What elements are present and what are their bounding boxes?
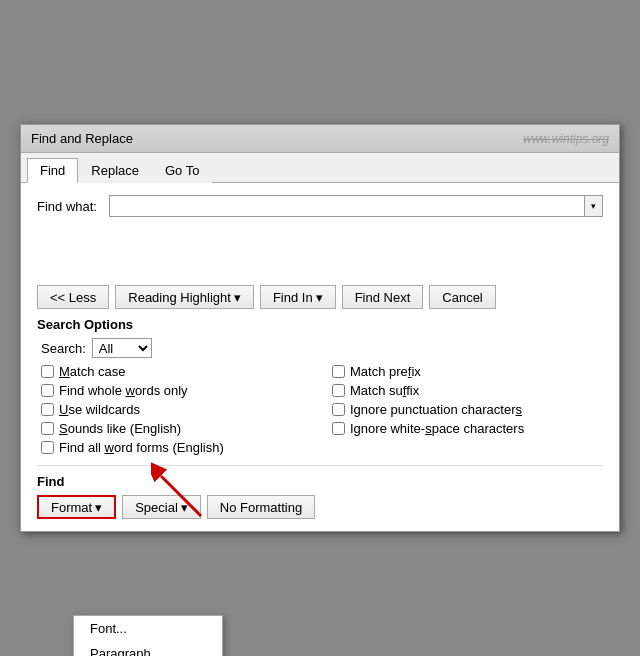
- checkbox-match-case-input[interactable]: [41, 365, 54, 378]
- search-options-label: Search Options: [37, 317, 603, 332]
- tab-bar: Find Replace Go To: [21, 153, 619, 183]
- tab-find[interactable]: Find: [27, 158, 78, 183]
- checkbox-sounds-like-input[interactable]: [41, 422, 54, 435]
- button-row: << Less Reading Highlight ▾ Find In ▾ Fi…: [37, 285, 603, 309]
- less-button[interactable]: << Less: [37, 285, 109, 309]
- format-button[interactable]: Format ▾: [37, 495, 116, 519]
- dropdown-item-font[interactable]: Font...: [74, 616, 222, 641]
- search-options-content: Search: All Up Down Match case Match pre…: [37, 338, 603, 455]
- tab-go-to[interactable]: Go To: [152, 158, 212, 183]
- options-grid: Match case Match prefix Find whole words…: [41, 364, 603, 455]
- reading-highlight-dropdown-icon: ▾: [234, 290, 241, 305]
- find-in-button[interactable]: Find In ▾: [260, 285, 336, 309]
- find-what-input-wrap: ▾: [109, 195, 603, 217]
- search-select[interactable]: All Up Down: [92, 338, 152, 358]
- reading-highlight-button[interactable]: Reading Highlight ▾: [115, 285, 254, 309]
- checkbox-match-prefix: Match prefix: [332, 364, 603, 379]
- find-what-row: Find what: ▾: [37, 195, 603, 217]
- tab-replace[interactable]: Replace: [78, 158, 152, 183]
- search-row: Search: All Up Down: [41, 338, 603, 358]
- find-what-dropdown-arrow[interactable]: ▾: [585, 195, 603, 217]
- find-in-dropdown-icon: ▾: [316, 290, 323, 305]
- no-formatting-button[interactable]: No Formatting: [207, 495, 315, 519]
- dialog-title: Find and Replace: [31, 131, 133, 146]
- red-arrow-indicator: [151, 461, 211, 521]
- checkbox-ignore-punct: Ignore punctuation characters: [332, 402, 603, 417]
- format-dropdown-icon: ▾: [95, 500, 102, 515]
- checkbox-all-word-forms-input[interactable]: [41, 441, 54, 454]
- checkbox-wildcards: Use wildcards: [41, 402, 312, 417]
- checkbox-whole-words: Find whole words only: [41, 383, 312, 398]
- checkbox-sounds-like: Sounds like (English): [41, 421, 312, 436]
- checkbox-match-prefix-input[interactable]: [332, 365, 345, 378]
- checkbox-ignore-punct-input[interactable]: [332, 403, 345, 416]
- format-row: Format ▾ Special ▾ No Formatting: [37, 495, 603, 519]
- checkbox-ignore-whitespace-input[interactable]: [332, 422, 345, 435]
- checkbox-whole-words-input[interactable]: [41, 384, 54, 397]
- find-replace-dialog: Find and Replace www.wintips.org Find Re…: [20, 124, 620, 532]
- search-label: Search:: [41, 341, 86, 356]
- find-next-button[interactable]: Find Next: [342, 285, 424, 309]
- section-separator: [37, 465, 603, 466]
- format-dropdown-menu: Font... Paragraph... Tabs... Language...…: [73, 615, 223, 656]
- checkbox-match-suffix: Match suffix: [332, 383, 603, 398]
- find-what-input[interactable]: [109, 195, 585, 217]
- checkbox-ignore-whitespace: Ignore white-space characters: [332, 421, 603, 436]
- checkbox-wildcards-input[interactable]: [41, 403, 54, 416]
- title-bar: Find and Replace www.wintips.org: [21, 125, 619, 153]
- find-section-label: Find: [37, 474, 603, 489]
- watermark: www.wintips.org: [523, 132, 609, 146]
- spacer: [37, 225, 603, 285]
- checkbox-all-word-forms: Find all word forms (English): [41, 440, 312, 455]
- checkbox-match-case: Match case: [41, 364, 312, 379]
- dropdown-item-paragraph[interactable]: Paragraph...: [74, 641, 222, 656]
- svg-line-1: [161, 476, 201, 516]
- checkbox-match-suffix-input[interactable]: [332, 384, 345, 397]
- find-what-label: Find what:: [37, 199, 109, 214]
- dialog-body: Find what: ▾ << Less Reading Highlight ▾…: [21, 183, 619, 531]
- cancel-button[interactable]: Cancel: [429, 285, 495, 309]
